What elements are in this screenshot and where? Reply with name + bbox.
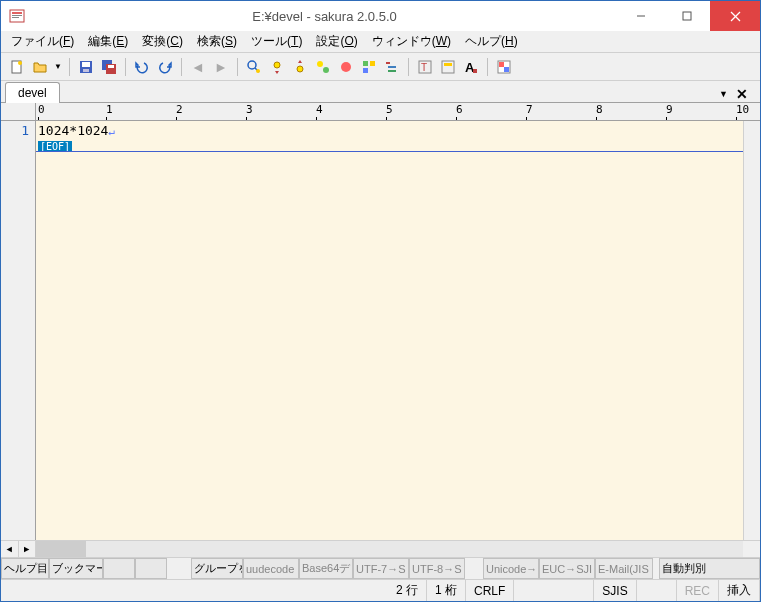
svg-rect-1 (12, 12, 22, 14)
svg-rect-29 (388, 70, 396, 72)
svg-text:T: T (421, 62, 427, 73)
open-file-icon[interactable] (30, 57, 50, 77)
svg-rect-32 (442, 61, 454, 73)
type-icon[interactable]: T (415, 57, 435, 77)
ruler-ticks: 0 1 2 3 4 5 6 7 8 9 10 (36, 103, 760, 120)
replace-icon[interactable] (313, 57, 333, 77)
svg-rect-37 (499, 62, 504, 67)
redo-icon[interactable] (155, 57, 175, 77)
scrollbar-thumb[interactable] (36, 541, 86, 557)
vertical-scrollbar[interactable] (743, 121, 760, 540)
svg-point-22 (323, 67, 329, 73)
svg-rect-24 (363, 61, 368, 66)
forward-icon[interactable]: ► (211, 57, 231, 77)
grep-icon[interactable] (359, 57, 379, 77)
outline-icon[interactable] (382, 57, 402, 77)
svg-point-19 (274, 62, 280, 68)
menu-convert[interactable]: 変換(C) (136, 31, 189, 52)
func-f7[interactable]: Base64デ (299, 558, 353, 579)
tab-dropdown-icon[interactable]: ▼ (717, 87, 730, 101)
font-icon[interactable]: A (461, 57, 481, 77)
svg-point-21 (317, 61, 323, 67)
search-next-icon[interactable] (267, 57, 287, 77)
svg-rect-28 (388, 66, 396, 68)
line-number-gutter: 1 (1, 121, 36, 540)
svg-rect-2 (12, 15, 22, 16)
search-prev-icon[interactable] (290, 57, 310, 77)
editor-area: 1 1024*1024↵ [EOF] (1, 121, 760, 540)
func-f12[interactable]: E-Mail(JIS (595, 558, 653, 579)
titlebar: E:¥devel - sakura 2.0.5.0 (1, 1, 760, 31)
close-button[interactable] (710, 1, 760, 31)
menu-window[interactable]: ウィンドウ(W) (366, 31, 457, 52)
tab-active[interactable]: devel (5, 82, 60, 103)
status-encoding: SJIS (594, 580, 636, 601)
menu-help[interactable]: ヘルプ(H) (459, 31, 524, 52)
func-f10[interactable]: Unicode→ (483, 558, 539, 579)
svg-rect-35 (473, 69, 477, 73)
editor-content: 1024*1024 (38, 123, 108, 138)
window-title: E:¥devel - sakura 2.0.5.0 (31, 9, 618, 24)
status-eol: CRLF (466, 580, 514, 601)
svg-rect-5 (683, 12, 691, 20)
status-insert-mode[interactable]: 挿入 (719, 580, 760, 601)
func-f8[interactable]: UTF-7→S (353, 558, 409, 579)
maximize-button[interactable] (664, 1, 710, 31)
svg-rect-33 (444, 63, 452, 66)
open-dropdown-icon[interactable]: ▼ (53, 57, 63, 77)
status-column: 1 桁 (427, 580, 466, 601)
search-icon[interactable] (244, 57, 264, 77)
save-all-icon[interactable] (99, 57, 119, 77)
function-key-bar: ヘルプ目 ブックマー グループを uudecode Base64デ UTF-7→… (1, 557, 760, 579)
func-f1[interactable]: ヘルプ目 (1, 558, 49, 579)
app-window: E:¥devel - sakura 2.0.5.0 ファイル(F) 編集(E) … (0, 0, 761, 602)
svg-rect-11 (82, 62, 90, 67)
color-icon[interactable] (494, 57, 514, 77)
statusbar: 2 行 1 桁 CRLF SJIS REC 挿入 (1, 579, 760, 601)
crlf-mark: ↵ (108, 125, 115, 138)
minimize-button[interactable] (618, 1, 664, 31)
func-f11[interactable]: EUC→SJI (539, 558, 595, 579)
line-number: 1 (1, 123, 29, 138)
svg-rect-27 (386, 62, 390, 64)
func-f4[interactable] (135, 558, 167, 579)
status-line: 2 行 (388, 580, 427, 601)
new-file-icon[interactable] (7, 57, 27, 77)
horizontal-scroll-row: ◄ ► (1, 540, 760, 557)
tab-close-icon[interactable]: ✕ (732, 86, 752, 102)
svg-point-20 (297, 66, 303, 72)
app-icon (9, 8, 25, 24)
func-f2[interactable]: ブックマー (49, 558, 103, 579)
undo-icon[interactable] (132, 57, 152, 77)
func-f5[interactable]: グループを (191, 558, 243, 579)
horizontal-scrollbar[interactable] (36, 541, 743, 557)
svg-rect-15 (108, 65, 114, 68)
menu-setting[interactable]: 設定(O) (310, 31, 363, 52)
svg-point-23 (341, 62, 351, 72)
svg-rect-12 (83, 69, 89, 72)
svg-rect-26 (363, 68, 368, 73)
menu-file[interactable]: ファイル(F) (5, 31, 80, 52)
func-f6[interactable]: uudecode (243, 558, 299, 579)
scroll-right-icon[interactable]: ► (19, 541, 37, 557)
func-f9[interactable]: UTF-8→S (409, 558, 465, 579)
mark-icon[interactable] (336, 57, 356, 77)
func-f13[interactable]: 自動判別 (659, 558, 760, 579)
menubar: ファイル(F) 編集(E) 変換(C) 検索(S) ツール(T) 設定(O) ウ… (1, 31, 760, 53)
save-icon[interactable] (76, 57, 96, 77)
svg-rect-3 (12, 17, 19, 18)
toolbar: ▼ ◄ ► T A (1, 53, 760, 81)
svg-rect-25 (370, 61, 375, 66)
common-icon[interactable] (438, 57, 458, 77)
back-icon[interactable]: ◄ (188, 57, 208, 77)
window-buttons (618, 1, 760, 31)
func-f3[interactable] (103, 558, 135, 579)
text-area[interactable]: 1024*1024↵ [EOF] (36, 121, 743, 540)
status-rec: REC (677, 580, 719, 601)
menu-tool[interactable]: ツール(T) (245, 31, 308, 52)
svg-point-16 (248, 61, 256, 69)
ruler: 0 1 2 3 4 5 6 7 8 9 10 (1, 103, 760, 121)
menu-search[interactable]: 検索(S) (191, 31, 243, 52)
scroll-left-icon[interactable]: ◄ (1, 541, 19, 557)
menu-edit[interactable]: 編集(E) (82, 31, 134, 52)
